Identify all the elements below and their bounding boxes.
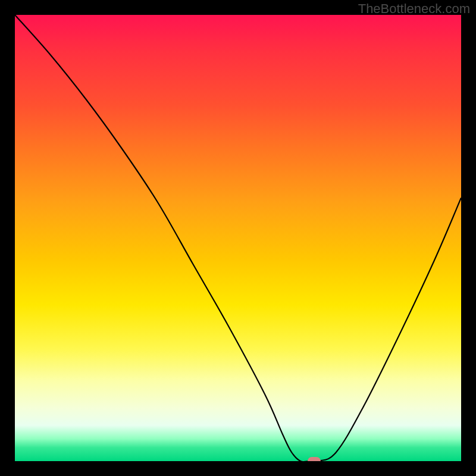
bottleneck-curve [15,15,461,461]
optimal-point-marker [308,457,321,461]
watermark-text: TheBottleneck.com [358,1,470,17]
chart-plot-area [15,15,461,461]
